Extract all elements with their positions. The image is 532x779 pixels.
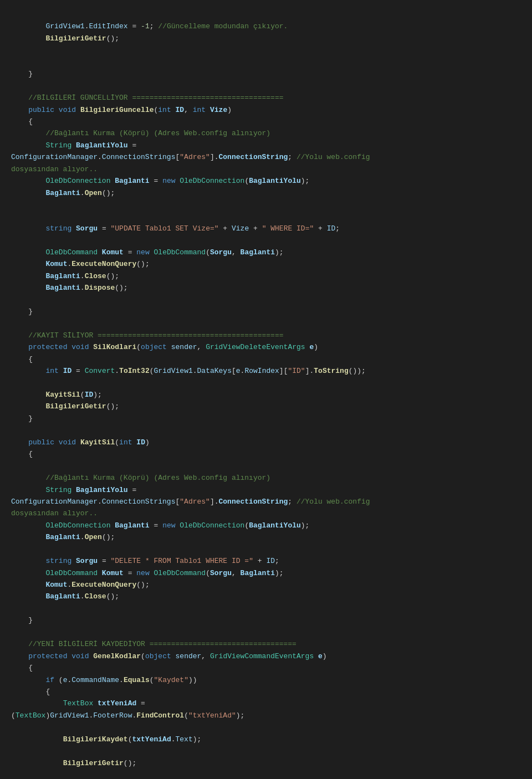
line-1: GridView1.EditIndex = -1; //Güncelleme m…	[11, 22, 370, 779]
code-editor: GridView1.EditIndex = -1; //Güncelleme m…	[11, 9, 521, 779]
